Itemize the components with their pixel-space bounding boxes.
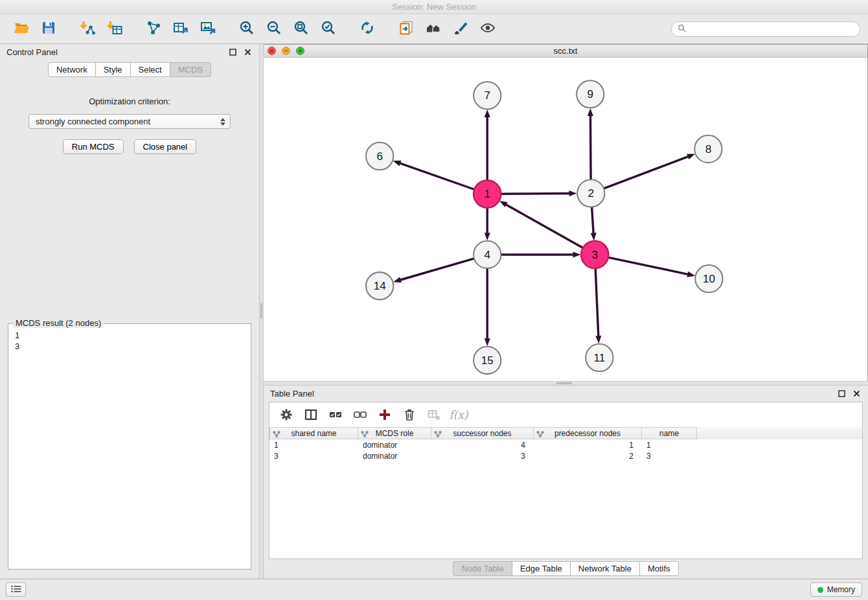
new-network-button[interactable] [140,17,167,41]
column-header-shared-name[interactable]: shared name [269,427,358,439]
column-header-mcds-role[interactable]: MCDS role [358,427,431,439]
import-network-button[interactable] [74,17,101,41]
column-label: shared name [291,429,336,438]
horizontal-splitter[interactable] [264,381,868,386]
open-session-button[interactable] [8,17,35,41]
table-panel-header: Table Panel [264,386,868,402]
task-history-button[interactable] [6,583,26,597]
tab-style[interactable]: Style [95,62,131,77]
save-session-button[interactable] [35,17,62,41]
tab-node-table[interactable]: Node Table [453,561,512,576]
float-table-panel-icon[interactable] [836,389,847,398]
import-table-button[interactable] [101,17,128,41]
graph-node[interactable]: 8 [694,135,722,163]
search-box[interactable] [671,21,860,37]
column-label: MCDS role [376,429,414,438]
zoom-in-button[interactable] [233,17,260,41]
show-columns-button[interactable] [301,405,321,424]
float-panel-icon[interactable] [227,48,238,57]
graph-node[interactable]: 4 [474,241,501,268]
show-hide-button[interactable] [474,17,501,41]
graph-node[interactable]: 1 [474,180,501,207]
memory-button[interactable]: Memory [810,583,862,597]
deselect-all-button[interactable] [350,405,371,424]
mcds-result-line: 3 [15,341,244,352]
graph-edge[interactable] [602,157,688,189]
graph-edge[interactable] [591,205,593,233]
import-network-icon [79,19,96,38]
table-row[interactable]: 3dominator323 [269,450,862,461]
table-panel: Table Panel f(x) shared name [264,386,868,579]
tab-mcds[interactable]: MCDS [170,62,211,77]
image-export-icon [200,19,216,38]
vertical-splitter[interactable] [259,44,264,579]
add-column-button[interactable] [374,405,395,424]
network-window-title: scc.txt [264,46,867,56]
tab-network[interactable]: Network [48,62,96,77]
table-row[interactable]: 1dominator411 [269,439,862,450]
run-mcds-button[interactable]: Run MCDS [63,139,124,154]
graph-node[interactable]: 3 [581,241,608,268]
criterion-select[interactable]: strongly connected component [29,114,231,129]
network-canvas[interactable]: 7968124314101511 [264,58,867,382]
zoom-fit-button[interactable] [288,17,315,41]
refresh-layout-button[interactable] [354,17,381,41]
graph-node-label: 9 [587,88,593,100]
close-window-button[interactable] [268,47,276,55]
table-panel-title: Table Panel [270,389,314,398]
tab-motifs[interactable]: Motifs [639,561,679,576]
zoom-window-button[interactable] [296,47,304,55]
tab-edge-table[interactable]: Edge Table [512,561,571,576]
select-all-button[interactable] [325,405,346,424]
close-panel-button[interactable]: Close panel [134,139,197,154]
table-cell: 3 [642,452,697,461]
network-window: scc.txt 7968124314101511 [264,44,868,381]
column-header-name[interactable]: name [642,427,697,439]
graph-node[interactable]: 2 [577,179,604,207]
close-table-panel-icon[interactable] [851,389,862,398]
close-panel-icon[interactable] [242,48,253,57]
network-graph[interactable]: 7968124314101511 [264,58,867,382]
graph-edge[interactable] [499,194,569,194]
graph-node[interactable]: 6 [366,143,393,170]
graph-edge[interactable] [506,205,584,249]
table-cell: dominator [358,452,431,461]
graph-edge[interactable] [400,258,475,280]
apply-style-button[interactable] [447,17,474,41]
annotations-home-button[interactable] [420,17,447,41]
zoom-out-button[interactable] [260,17,288,41]
graph-edge[interactable] [400,163,475,190]
tab-select[interactable]: Select [130,62,170,77]
table-cell: 1 [642,441,697,450]
clone-network-button[interactable] [393,17,420,41]
tab-network-table[interactable]: Network Table [570,561,640,576]
table-settings-button[interactable] [276,405,297,424]
table-cell: 3 [269,452,358,461]
export-table-button[interactable] [167,17,194,41]
delete-table-button [424,405,444,424]
graph-node[interactable]: 7 [474,82,501,109]
import-table-icon [106,19,123,38]
graph-node-label: 6 [376,150,383,163]
minimize-window-button[interactable] [282,47,290,55]
graph-edge[interactable] [590,116,591,181]
graph-node[interactable]: 11 [586,344,613,371]
graph-edge[interactable] [607,257,688,274]
memory-status-icon [817,587,823,593]
export-image-button[interactable] [194,17,222,41]
graph-node-label: 14 [374,280,387,292]
column-label: predecessor nodes [554,429,621,438]
graph-node[interactable]: 15 [474,347,501,374]
graph-node[interactable]: 9 [577,80,604,108]
graph-node[interactable]: 14 [366,272,393,299]
open-folder-icon [13,19,30,38]
search-input[interactable] [689,25,854,34]
graph-edge[interactable] [595,267,599,336]
zoom-selected-button[interactable] [315,17,342,41]
table-cell: 4 [431,441,534,450]
table-cell: 1 [534,441,642,450]
column-header-successor-nodes[interactable]: successor nodes [431,427,534,439]
graph-node[interactable]: 10 [695,265,722,292]
delete-column-button[interactable] [399,405,420,424]
column-header-predecessor-nodes[interactable]: predecessor nodes [534,427,642,439]
